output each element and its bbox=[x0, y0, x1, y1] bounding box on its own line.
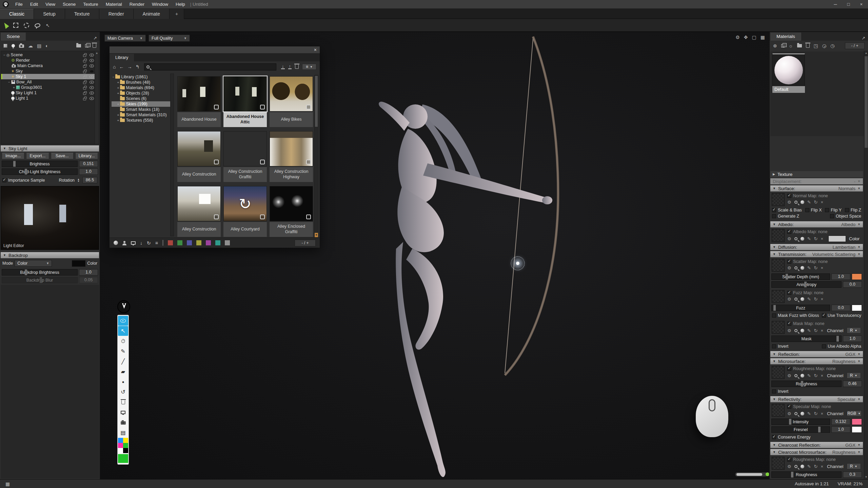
specular-map-checkbox[interactable] bbox=[787, 405, 791, 409]
map-settings-gear-icon[interactable]: ⚙ bbox=[787, 297, 791, 302]
color-blue[interactable] bbox=[118, 438, 123, 443]
folder-row-textures[interactable]: + Textures (558) bbox=[112, 118, 174, 123]
tree-row-render[interactable]: ⚙ Render bbox=[1, 58, 99, 63]
map-edit-icon[interactable]: ✎ bbox=[807, 200, 811, 205]
diffusion-section-header[interactable]: ▼ Diffusion: Lambertian▼ bbox=[770, 244, 863, 250]
generate-z-checkbox[interactable] bbox=[772, 214, 776, 218]
annot-whiteboard-button[interactable] bbox=[118, 407, 128, 417]
window-minimize-icon[interactable]: ─ bbox=[834, 2, 837, 7]
quality-select[interactable]: Full Quality ▼ bbox=[149, 35, 190, 42]
menu-material[interactable]: Material bbox=[102, 2, 126, 7]
library-item[interactable]: Alley Construction bbox=[177, 186, 221, 237]
fuzz-color-swatch[interactable] bbox=[852, 305, 862, 311]
map-reload-icon[interactable]: ↻ bbox=[814, 236, 818, 241]
map-search-icon[interactable] bbox=[794, 465, 797, 468]
map-search-icon[interactable] bbox=[794, 266, 797, 269]
add-object-icon[interactable] bbox=[3, 44, 7, 48]
library-item[interactable]: Alley Enclosed Graffiti bbox=[270, 186, 313, 237]
clearcoat-roughness-map-checkbox[interactable] bbox=[787, 458, 791, 462]
map-settings-gear-icon[interactable]: ⚙ bbox=[787, 200, 791, 205]
tab-classic[interactable]: Classic bbox=[0, 9, 34, 19]
search-box[interactable] bbox=[144, 63, 276, 70]
map-clear-icon[interactable]: × bbox=[821, 464, 823, 469]
importance-sample-checkbox[interactable] bbox=[2, 178, 6, 182]
select-cursor-icon[interactable] bbox=[2, 22, 9, 29]
backdrop-brightness-slider[interactable]: Backdrop Brightness bbox=[2, 269, 78, 276]
intensity-slider[interactable]: Intensity bbox=[771, 419, 830, 425]
folder-row-smart-materials[interactable]: + Smart Materials (310) bbox=[112, 112, 174, 118]
viewport-maximize-icon[interactable]: ▢ bbox=[752, 35, 756, 40]
scale-bias-checkbox[interactable] bbox=[772, 208, 776, 212]
pen-tool-button[interactable] bbox=[117, 300, 130, 313]
forward-icon[interactable]: → bbox=[127, 64, 132, 69]
visibility-eye-icon[interactable] bbox=[90, 97, 94, 100]
backdrop-color-swatch[interactable] bbox=[72, 260, 85, 267]
viewport-3d[interactable]: Main Camera ▼ Full Quality ▼ ⚙ ✥ ▢ ▦ bbox=[100, 32, 769, 479]
add-material-icon[interactable]: ⊕ bbox=[773, 43, 777, 48]
annot-color-grid[interactable] bbox=[118, 438, 128, 453]
window-maximize-icon[interactable]: □ bbox=[847, 2, 850, 7]
map-search-icon[interactable] bbox=[794, 374, 797, 377]
anisotropy-value[interactable]: 0.0 bbox=[843, 281, 862, 288]
lock-icon[interactable] bbox=[83, 71, 86, 73]
lock-icon[interactable] bbox=[83, 76, 86, 79]
trash-icon[interactable] bbox=[295, 65, 299, 69]
map-preview-sphere-icon[interactable] bbox=[801, 412, 804, 415]
filter-skies-icon[interactable] bbox=[114, 241, 118, 245]
item-checkbox[interactable] bbox=[260, 215, 265, 219]
sky-preview[interactable]: Light Editor bbox=[1, 186, 99, 250]
map-reload-icon[interactable]: ↻ bbox=[814, 297, 818, 302]
sky-save-button[interactable]: Save... bbox=[51, 153, 74, 159]
mask-fuzz-gloss-checkbox[interactable] bbox=[772, 313, 776, 318]
map-settings-gear-icon[interactable]: ⚙ bbox=[787, 411, 791, 416]
map-settings-gear-icon[interactable]: ⚙ bbox=[787, 265, 791, 270]
roughness-map-checkbox[interactable] bbox=[787, 367, 791, 371]
map-preview-sphere-icon[interactable] bbox=[801, 297, 804, 301]
albedo-color-swatch[interactable] bbox=[828, 236, 846, 242]
search-input[interactable] bbox=[152, 64, 274, 69]
library-item[interactable]: Alley Construction bbox=[177, 131, 221, 182]
menu-view[interactable]: View bbox=[42, 2, 59, 7]
folder-row-objects[interactable]: + Objects (28) bbox=[112, 90, 174, 96]
tab-add-layout[interactable]: + bbox=[170, 9, 184, 19]
map-clear-icon[interactable]: × bbox=[821, 373, 823, 378]
viewport-settings-gear-icon[interactable]: ⚙ bbox=[735, 35, 740, 40]
brightness-slider[interactable]: Brightness bbox=[2, 161, 78, 167]
microsurface-section-header[interactable]: ▼ Microsurface: Roughness▼ bbox=[770, 358, 863, 364]
specular-map-slot[interactable] bbox=[772, 404, 785, 417]
map-preview-sphere-icon[interactable] bbox=[801, 329, 804, 332]
map-clear-icon[interactable]: × bbox=[821, 200, 823, 205]
save-material-icon[interactable]: ◷ bbox=[830, 43, 834, 48]
surface-section-header[interactable]: ▼ Surface: Normals▼ bbox=[770, 185, 863, 191]
item-checkbox[interactable] bbox=[260, 105, 265, 109]
visibility-eye-icon[interactable] bbox=[90, 59, 94, 62]
texture-section-header[interactable]: ▶ Texture bbox=[770, 171, 863, 177]
marquee-select-icon[interactable] bbox=[13, 23, 18, 28]
import-icon[interactable]: ↓ bbox=[281, 64, 285, 69]
library-titlebar[interactable]: × bbox=[110, 46, 320, 53]
tag-teal-swatch[interactable] bbox=[215, 240, 220, 245]
scatter-depth-value[interactable]: 1.0 bbox=[831, 273, 850, 280]
map-clear-icon[interactable]: × bbox=[821, 265, 823, 270]
fuzz-slider[interactable]: Fuzz bbox=[771, 305, 830, 311]
mask-map-slot[interactable] bbox=[772, 321, 785, 334]
conserve-energy-checkbox[interactable] bbox=[772, 435, 776, 439]
roughness-channel-select[interactable]: R▼ bbox=[847, 372, 861, 379]
map-preview-sphere-icon[interactable] bbox=[801, 374, 804, 378]
albedo-map-checkbox[interactable] bbox=[787, 230, 791, 234]
export-icon[interactable]: ↑ bbox=[288, 64, 292, 69]
item-checkbox[interactable] bbox=[214, 215, 219, 219]
color-green[interactable] bbox=[123, 443, 128, 448]
map-preview-sphere-icon[interactable] bbox=[801, 266, 804, 270]
child-light-brightness-value[interactable]: 1.0 bbox=[79, 168, 98, 175]
up-level-icon[interactable]: ↰ bbox=[135, 64, 139, 69]
add-backdrop-icon[interactable]: ▤ bbox=[37, 43, 41, 48]
ellipse-select-icon[interactable] bbox=[24, 23, 29, 28]
item-checkbox[interactable] bbox=[214, 160, 219, 164]
scene-tree-scrollbar[interactable]: ▲ bbox=[95, 51, 99, 144]
map-reload-icon[interactable]: ↻ bbox=[814, 328, 818, 333]
menu-help[interactable]: Help bbox=[172, 2, 189, 7]
home-icon[interactable]: ⌂ bbox=[113, 64, 116, 69]
annot-eraser-button[interactable]: ▰ bbox=[118, 367, 128, 377]
item-checkbox[interactable] bbox=[306, 160, 311, 164]
